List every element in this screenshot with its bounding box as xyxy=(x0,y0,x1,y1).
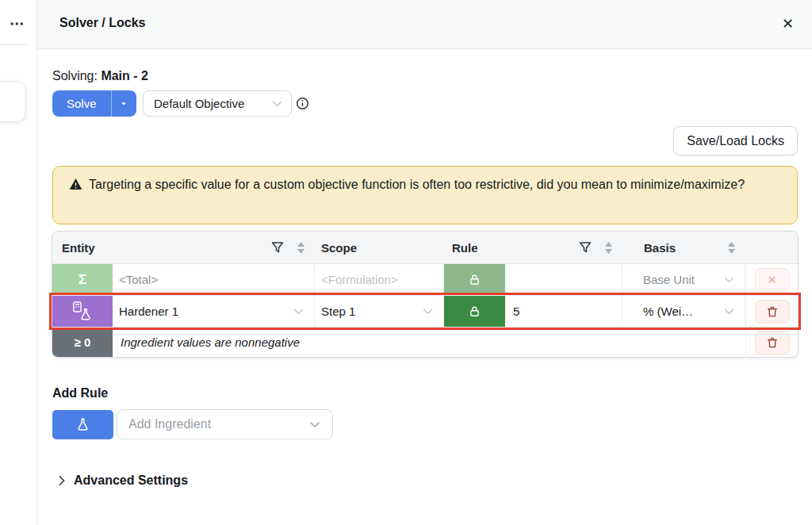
sort-icon[interactable] xyxy=(727,242,736,254)
objective-select[interactable]: Default Objective xyxy=(143,90,292,117)
delete-ingredient-rule-button[interactable] xyxy=(755,300,790,324)
ingredient-basis-select[interactable]: % (Wei… xyxy=(622,296,745,328)
chevron-right-icon xyxy=(57,475,67,486)
overflow-menu-icon[interactable]: ⋯ xyxy=(10,14,25,33)
info-icon[interactable] xyxy=(296,97,309,110)
chevron-down-icon xyxy=(271,98,283,109)
ingredient-lock-button[interactable] xyxy=(444,296,505,328)
objective-value: Default Objective xyxy=(154,97,244,110)
solving-value: Main - 2 xyxy=(101,69,148,82)
filter-icon[interactable] xyxy=(271,241,284,254)
sort-icon[interactable] xyxy=(297,242,305,254)
column-header-scope: Scope xyxy=(315,232,444,264)
solve-caret-button[interactable] xyxy=(111,90,136,117)
background-page-sliver: ⋯ xyxy=(0,0,37,525)
trash-icon xyxy=(766,336,779,349)
total-delete-cell: ✕ xyxy=(745,264,798,296)
locks-table: Entity Scope Rule Ba xyxy=(52,231,799,358)
app-root: ⋯ Solver / Locks ✕ Solving: Main - 2 Sol… xyxy=(0,0,812,525)
total-lock-button[interactable] xyxy=(444,264,505,296)
solving-label: Solving: xyxy=(52,69,98,82)
nonnegative-icon: ≥ 0 xyxy=(52,328,113,357)
solve-button-main[interactable]: Solve xyxy=(52,90,111,117)
warning-text: Targeting a specific value for a custom … xyxy=(89,178,745,191)
remove-total-button[interactable]: ✕ xyxy=(755,268,790,292)
solver-locks-panel: Solver / Locks ✕ Solving: Main - 2 Solve… xyxy=(37,0,812,525)
solve-button[interactable]: Solve xyxy=(52,90,136,117)
delete-nonnegative-rule-button[interactable] xyxy=(755,331,790,354)
chevron-down-icon xyxy=(293,305,304,317)
warning-banner: Targeting a specific value for a custom … xyxy=(52,166,798,224)
chevron-down-icon xyxy=(308,418,321,431)
filter-icon[interactable] xyxy=(579,241,592,254)
close-icon[interactable]: ✕ xyxy=(782,14,794,33)
total-value-input[interactable] xyxy=(505,264,622,296)
background-card-edge xyxy=(0,81,26,122)
add-ingredient-placeholder: Add Ingredient xyxy=(128,417,211,431)
total-entity-cell: <Total> xyxy=(113,264,315,296)
save-load-locks-button[interactable]: Save/Load Locks xyxy=(673,126,798,155)
advanced-settings-toggle[interactable]: Advanced Settings xyxy=(57,473,188,488)
total-entity-icon: Σ xyxy=(52,264,113,296)
chevron-down-icon xyxy=(723,305,735,317)
flask-icon xyxy=(75,417,90,432)
warning-icon xyxy=(69,176,82,197)
lock-icon xyxy=(468,273,481,286)
total-scope-cell: <Formulation> xyxy=(315,264,444,296)
chevron-down-icon xyxy=(422,305,434,317)
sliver-divider xyxy=(0,44,27,45)
add-ingredient-select[interactable]: Add Ingredient xyxy=(117,409,333,439)
caret-down-icon xyxy=(119,99,128,109)
ingredient-value-input[interactable]: 5 xyxy=(505,296,622,328)
column-header-basis: Basis xyxy=(622,232,745,264)
ingredient-delete-cell xyxy=(745,296,798,328)
calculator-flask-icon xyxy=(72,301,93,322)
trash-icon xyxy=(766,305,779,318)
nonnegative-description: Ingredient values are nonnegative xyxy=(113,328,745,357)
ingredient-scope-select[interactable]: Step 1 xyxy=(315,296,444,328)
column-header-delete xyxy=(745,232,798,264)
page-title: Solver / Locks xyxy=(59,16,146,30)
lock-icon xyxy=(468,305,481,318)
panel-header: Solver / Locks ✕ xyxy=(37,0,812,49)
total-basis-select[interactable]: Base Unit xyxy=(622,264,745,296)
add-rule-heading: Add Rule xyxy=(52,386,108,400)
add-ingredient-rule-button[interactable] xyxy=(52,410,113,439)
x-icon: ✕ xyxy=(767,273,777,287)
chevron-down-icon xyxy=(723,274,735,285)
column-header-entity: Entity xyxy=(52,232,315,264)
sort-icon[interactable] xyxy=(604,242,613,254)
ingredient-entity-select[interactable]: Hardener 1 xyxy=(113,296,315,328)
solving-line: Solving: Main - 2 xyxy=(52,69,148,83)
column-header-rule: Rule xyxy=(444,232,622,264)
nonnegative-delete-cell xyxy=(745,328,798,357)
ingredient-entity-icon xyxy=(52,296,113,328)
